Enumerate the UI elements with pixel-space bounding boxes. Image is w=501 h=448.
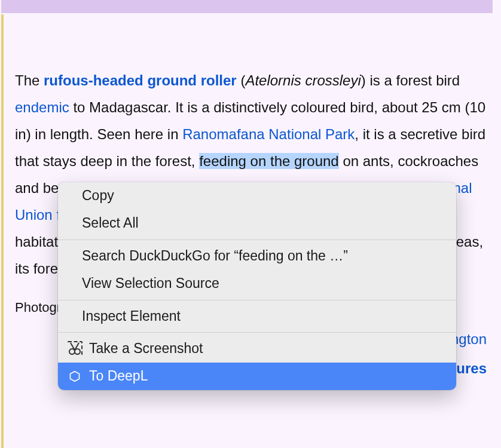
- menu-label: Copy: [82, 187, 114, 205]
- menu-label: To DeepL: [89, 367, 148, 385]
- scissors-icon: [68, 342, 82, 356]
- menu-label: Search DuckDuckGo for “feeding on the …”: [82, 247, 348, 265]
- text: ) is a forest bird: [361, 72, 460, 88]
- park-link[interactable]: Ranomafana National Park: [182, 126, 355, 142]
- top-purple-bar: [1, 0, 493, 13]
- menu-divider: [58, 240, 456, 240]
- species-link[interactable]: rufous-headed ground roller: [44, 72, 237, 88]
- menu-label: Inspect Element: [82, 308, 181, 326]
- context-menu: Copy Select All Search DuckDuckGo for “f…: [58, 182, 456, 390]
- scientific-name: Atelornis crossleyi: [245, 72, 361, 88]
- menu-item-screenshot[interactable]: Take a Screenshot: [58, 335, 456, 363]
- menu-label: Take a Screenshot: [89, 340, 203, 358]
- menu-label: Select All: [82, 214, 139, 232]
- text: (: [237, 72, 246, 88]
- menu-item-select-all[interactable]: Select All: [58, 210, 456, 237]
- left-rule: [1, 14, 4, 448]
- svg-marker-0: [71, 372, 80, 382]
- menu-divider: [58, 332, 456, 333]
- selected-text: feeding on the ground: [199, 153, 339, 169]
- menu-item-search[interactable]: Search DuckDuckGo for “feeding on the …”: [58, 243, 456, 270]
- menu-label: View Selection Source: [82, 275, 219, 293]
- menu-item-view-source[interactable]: View Selection Source: [58, 270, 456, 297]
- menu-divider: [58, 300, 456, 300]
- hexagon-icon: [68, 369, 82, 383]
- menu-item-inspect[interactable]: Inspect Element: [58, 303, 456, 330]
- menu-item-deepl[interactable]: To DeepL: [58, 363, 456, 390]
- text: The: [15, 72, 44, 88]
- endemic-link[interactable]: endemic: [15, 99, 69, 115]
- menu-item-copy[interactable]: Copy: [58, 182, 456, 210]
